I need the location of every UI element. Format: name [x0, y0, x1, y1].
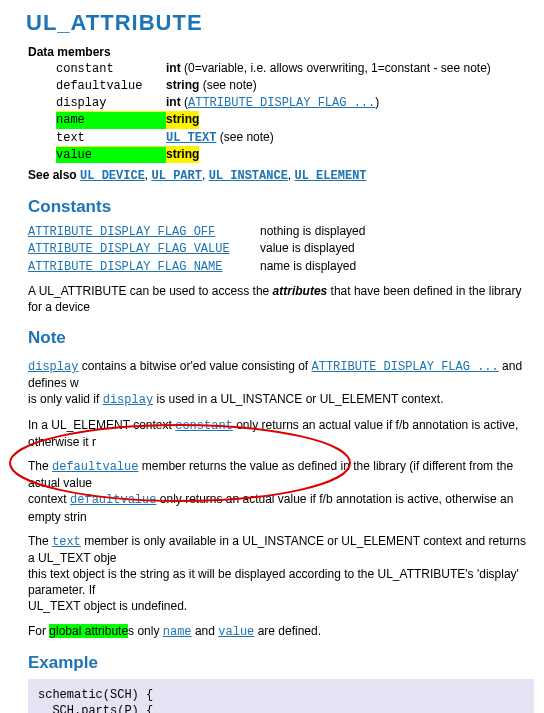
- code-ref[interactable]: defaultvalue: [52, 460, 138, 474]
- constant-desc: nothing is displayed: [260, 224, 365, 238]
- data-member-row: defaultvaluestring (see note): [28, 77, 534, 94]
- data-member-row: namestring: [28, 111, 534, 128]
- data-member-row: constantint (0=variable, i.e. allows ove…: [28, 60, 534, 77]
- constant-row: ATTRIBUTE_DISPLAY_FLAG_VALUEvalue is dis…: [28, 240, 534, 257]
- see-also-label: See also: [28, 168, 77, 182]
- code-ref[interactable]: defaultvalue: [70, 493, 156, 507]
- paragraph-text: The text member is only available in a U…: [28, 533, 534, 615]
- see-also-link[interactable]: UL_DEVICE: [80, 169, 145, 183]
- code-ref[interactable]: ATTRIBUTE_DISPLAY_FLAG_...: [312, 360, 499, 374]
- constants-heading: Constants: [28, 196, 534, 219]
- note-heading: Note: [28, 327, 534, 350]
- member-name: defaultvalue: [56, 78, 166, 94]
- code-ref[interactable]: ATTRIBUTE_DISPLAY_FLAG_...: [188, 96, 375, 110]
- member-name: text: [56, 130, 166, 146]
- paragraph-display: display contains a bitwise or'ed value c…: [28, 358, 534, 409]
- example-heading: Example: [28, 652, 534, 675]
- constant-row: ATTRIBUTE_DISPLAY_FLAG_NAMEname is displ…: [28, 258, 534, 275]
- highlight-global: global attribute: [49, 624, 128, 638]
- see-also-line: See also UL_DEVICE, UL_PART, UL_INSTANCE…: [28, 167, 534, 184]
- member-name: display: [56, 95, 166, 111]
- code-example: schematic(SCH) { SCH.parts(P) { P.attrib…: [28, 679, 534, 713]
- constant-link[interactable]: ATTRIBUTE_DISPLAY_FLAG_VALUE: [28, 241, 260, 257]
- data-member-row: textUL_TEXT (see note): [28, 129, 534, 146]
- see-also-link[interactable]: UL_ELEMENT: [295, 169, 367, 183]
- see-also-link[interactable]: UL_INSTANCE: [209, 169, 288, 183]
- code-ref[interactable]: name: [163, 625, 192, 639]
- constant-link[interactable]: ATTRIBUTE_DISPLAY_FLAG_OFF: [28, 224, 260, 240]
- code-ref[interactable]: text: [52, 535, 81, 549]
- data-member-row: valuestring: [28, 146, 534, 163]
- type-link[interactable]: UL_TEXT: [166, 131, 216, 145]
- paragraph-global: For global attributes only name and valu…: [28, 623, 534, 640]
- constant-link[interactable]: ATTRIBUTE_DISPLAY_FLAG_NAME: [28, 259, 260, 275]
- constant-desc: name is displayed: [260, 259, 356, 273]
- see-also-link[interactable]: UL_PART: [152, 169, 202, 183]
- member-name: name: [56, 112, 166, 128]
- constants-table: ATTRIBUTE_DISPLAY_FLAG_OFFnothing is dis…: [28, 223, 534, 275]
- page-title: UL_ATTRIBUTE: [26, 8, 534, 38]
- constant-desc: value is displayed: [260, 241, 355, 255]
- data-member-row: displayint (ATTRIBUTE_DISPLAY_FLAG_...): [28, 94, 534, 111]
- member-name: value: [56, 147, 166, 163]
- code-ref[interactable]: constant: [175, 419, 233, 433]
- member-name: constant: [56, 61, 166, 77]
- code-ref[interactable]: value: [218, 625, 254, 639]
- constant-row: ATTRIBUTE_DISPLAY_FLAG_OFFnothing is dis…: [28, 223, 534, 240]
- paragraph-defaultvalue: The defaultvalue member returns the valu…: [28, 458, 534, 525]
- code-ref[interactable]: display: [28, 360, 78, 374]
- code-ref[interactable]: display: [103, 393, 153, 407]
- data-members-section: Data members constantint (0=variable, i.…: [28, 44, 534, 163]
- paragraph-intro: A UL_ATTRIBUTE can be used to access the…: [28, 283, 534, 315]
- paragraph-constant: In a UL_ELEMENT context constant only re…: [28, 417, 534, 450]
- data-members-heading: Data members: [28, 44, 534, 60]
